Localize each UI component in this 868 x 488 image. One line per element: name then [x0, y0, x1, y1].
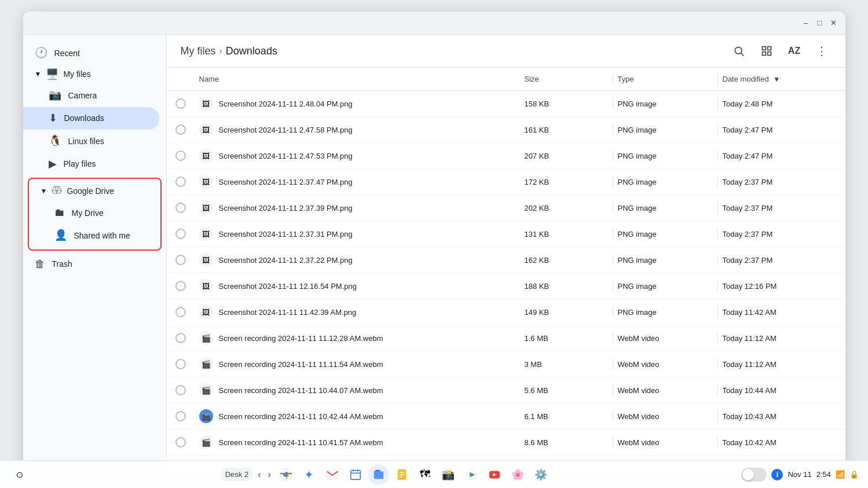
taskbar-settings[interactable]: ⚙️	[530, 464, 551, 485]
table-row[interactable]: 🖼 Screenshot 2024-11-11 2.37.39 PM.png 2…	[167, 195, 845, 221]
taskbar-maps[interactable]: 🗺	[415, 464, 435, 485]
checkbox-input[interactable]	[175, 203, 186, 213]
file-name: 🖼 Screenshot 2024-11-11 2.37.22 PM.png	[195, 249, 520, 270]
file-checkbox[interactable]	[167, 434, 195, 451]
sidebar-play-label: Play files	[64, 159, 96, 169]
file-checkbox[interactable]	[167, 408, 195, 425]
desk-prev[interactable]: ‹	[255, 468, 263, 481]
table-row[interactable]: 🖼 Screenshot 2024-11-11 2.37.22 PM.png 1…	[167, 247, 845, 273]
file-checkbox[interactable]	[167, 121, 195, 138]
table-row[interactable]: 🎬 Screen recording 2024-11-11 10.41.57 A…	[167, 430, 845, 456]
sidebar-item-recent[interactable]: 🕐 Recent	[23, 42, 159, 64]
taskbar-notes[interactable]	[391, 464, 412, 485]
checkbox-input[interactable]	[175, 307, 186, 317]
col-size[interactable]: Size	[520, 72, 613, 86]
checkbox-input[interactable]	[175, 177, 186, 187]
file-checkbox[interactable]	[167, 251, 195, 269]
maximize-button[interactable]: □	[815, 19, 825, 28]
sidebar-shared-label: Shared with me	[74, 230, 130, 241]
taskbar-gemini[interactable]: ✦	[299, 464, 320, 485]
file-checkbox[interactable]	[167, 381, 195, 399]
breadcrumb-parent[interactable]: My files	[181, 45, 216, 57]
file-manager-window: – □ ✕ 🕐 Recent ▼ 🖥️ My files 📷 Camera	[23, 12, 845, 475]
checkbox-input[interactable]	[175, 385, 186, 395]
file-checkbox[interactable]	[167, 303, 195, 321]
sidebar-item-trash[interactable]: 🗑 Trash	[23, 253, 159, 276]
taskbar: ○ Desk 2 ‹ › ✦ 🗺 📸	[0, 460, 868, 488]
file-name: 🖼 Screenshot 2024-11-11 11.42.39 AM.png	[195, 302, 520, 322]
checkbox-input[interactable]	[175, 437, 186, 447]
mydrive-icon: 🖿	[54, 206, 65, 219]
sidebar-camera-label: Camera	[68, 90, 97, 101]
table-row[interactable]: 🎬 Screen recording 2024-11-11 10.42.44 A…	[167, 403, 845, 430]
taskbar-photos-app[interactable]: 🌸	[507, 464, 528, 485]
sidebar-item-downloads[interactable]: ⬇ Downloads	[23, 107, 159, 130]
more-button[interactable]: ⋮	[813, 42, 832, 60]
col-date[interactable]: Date modified ▼	[718, 72, 845, 86]
checkbox-input[interactable]	[175, 281, 186, 291]
table-row[interactable]: 🖼 Screenshot 2024-11-11 12.16.54 PM.png …	[167, 273, 845, 299]
sidebar-gdrive-label: Google Drive	[67, 186, 114, 196]
checkbox-input[interactable]	[175, 411, 186, 421]
file-checkbox[interactable]	[167, 199, 195, 217]
sidebar-item-myfiles[interactable]: ▼ 🖥️ My files	[23, 64, 166, 84]
file-checkbox[interactable]	[167, 147, 195, 164]
taskbar-chrome[interactable]	[276, 464, 296, 485]
file-type: PNG image	[613, 304, 717, 320]
close-button[interactable]: ✕	[829, 19, 838, 28]
table-row[interactable]: 🖼 Screenshot 2024-11-11 2.48.04 PM.png 1…	[167, 91, 845, 117]
sidebar-item-mydrive[interactable]: 🖿 My Drive	[29, 201, 153, 224]
table-row[interactable]: 🖼 Screenshot 2024-11-11 2.37.47 PM.png 1…	[167, 169, 845, 195]
sidebar-item-camera[interactable]: 📷 Camera	[23, 84, 159, 107]
minimize-button[interactable]: –	[801, 19, 811, 28]
col-name[interactable]: Name	[195, 72, 520, 86]
checkbox-input[interactable]	[175, 359, 186, 369]
checkbox-input[interactable]	[175, 124, 186, 135]
file-type: PNG image	[613, 96, 717, 112]
file-size: 172 KB	[520, 174, 613, 190]
checkbox-input[interactable]	[175, 151, 186, 161]
file-checkbox[interactable]	[167, 173, 195, 190]
table-row[interactable]: 🖼 Screenshot 2024-11-11 2.37.31 PM.png 1…	[167, 221, 845, 247]
checkbox-input[interactable]	[175, 255, 186, 265]
table-row[interactable]: 🖼 Screenshot 2024-11-11 11.42.39 AM.png …	[167, 299, 845, 325]
taskbar-gmail[interactable]	[322, 464, 343, 485]
checkbox-input[interactable]	[175, 333, 186, 343]
file-checkbox[interactable]	[167, 355, 195, 373]
col-type[interactable]: Type	[613, 72, 717, 86]
checkbox-input[interactable]	[175, 98, 186, 109]
grid-view-button[interactable]	[757, 42, 776, 60]
file-size: 8.6 MB	[520, 435, 613, 450]
sidebar-item-linux[interactable]: 🐧 Linux files	[23, 130, 159, 152]
file-type: PNG image	[613, 200, 717, 216]
camera-icon: 📷	[49, 89, 61, 102]
desk-next[interactable]: ›	[265, 468, 273, 481]
file-checkbox[interactable]	[167, 329, 195, 347]
taskbar-play[interactable]	[461, 464, 482, 485]
sidebar-item-shared[interactable]: 👤 Shared with me	[29, 224, 153, 247]
table-row[interactable]: 🎬 Screen recording 2024-11-11 10.44.07 A…	[167, 377, 845, 403]
table-row[interactable]: 🖼 Screenshot 2024-11-11 2.47.53 PM.png 2…	[167, 143, 845, 169]
desk-label[interactable]: Desk 2	[221, 468, 253, 481]
taskbar-youtube[interactable]	[484, 464, 505, 485]
table-row[interactable]: 🎬 Screen recording 2024-11-11 11.11.54 A…	[167, 351, 845, 377]
launcher-button[interactable]: ○	[9, 464, 30, 485]
window-controls: – □ ✕	[801, 19, 838, 28]
file-type-icon: 🖼	[199, 97, 213, 111]
file-checkbox[interactable]	[167, 277, 195, 295]
sort-button[interactable]: AZ	[785, 42, 804, 60]
table-row[interactable]: 🖼 Screenshot 2024-11-11 2.47.58 PM.png 1…	[167, 117, 845, 143]
file-checkbox[interactable]	[167, 225, 195, 243]
taskbar-files[interactable]	[368, 464, 389, 485]
table-row[interactable]: 🎬 Screen recording 2024-11-11 11.12.28 A…	[167, 325, 845, 351]
taskbar-google-photos[interactable]: 📸	[438, 464, 459, 485]
sidebar-item-play[interactable]: ▶ Play files	[23, 153, 159, 175]
notification-icon[interactable]: i	[771, 469, 783, 480]
file-checkbox[interactable]	[167, 95, 195, 112]
checkbox-input[interactable]	[175, 229, 186, 239]
svg-line-1	[741, 53, 744, 56]
search-button[interactable]	[730, 42, 748, 60]
quick-settings-toggle[interactable]	[741, 468, 767, 482]
sidebar-item-google-drive[interactable]: ▼ Google Drive	[29, 181, 160, 201]
taskbar-calendar[interactable]	[345, 464, 366, 485]
